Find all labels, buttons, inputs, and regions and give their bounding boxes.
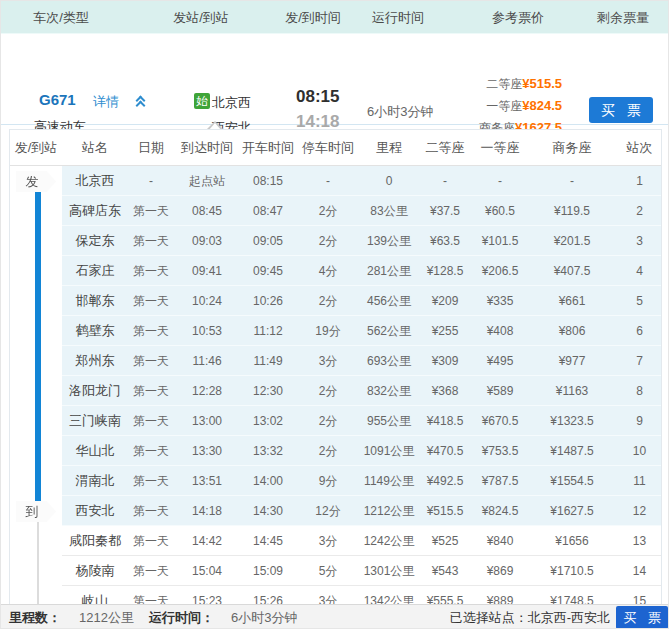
cell-stop-index: 10 bbox=[616, 444, 662, 458]
cell-station: 西安北 bbox=[62, 502, 128, 520]
route-rest-line bbox=[37, 520, 39, 604]
cell-arrive: 13:51 bbox=[174, 474, 240, 488]
price-first-class: 一等座¥824.5 bbox=[479, 95, 562, 117]
cell-distance: 1149公里 bbox=[360, 473, 418, 490]
table-row[interactable]: 郑州东 第一天 11:46 11:49 3分 693公里 ¥309 ¥495 ¥… bbox=[10, 346, 661, 376]
cell-date: 第一天 bbox=[128, 593, 174, 605]
cell-date: 第一天 bbox=[128, 473, 174, 490]
th-stop: 停车时间 bbox=[296, 139, 360, 157]
cell-arrive: 13:00 bbox=[174, 414, 240, 428]
cell-station: 渭南北 bbox=[62, 472, 128, 490]
cell-stop: 2分 bbox=[296, 233, 360, 250]
buy-ticket-button-bottom[interactable]: 买 票 bbox=[616, 606, 668, 629]
cell-distance: 1342公里 bbox=[360, 593, 418, 605]
cell-business: ¥1656 bbox=[528, 534, 616, 548]
cell-stop-index: 5 bbox=[616, 294, 662, 308]
cell-arrive: 15:04 bbox=[174, 564, 240, 578]
cell-first: ¥408 bbox=[472, 324, 528, 338]
cell-first: ¥335 bbox=[472, 294, 528, 308]
cell-stop: 2分 bbox=[296, 383, 360, 400]
table-row[interactable]: 西安北 第一天 14:18 14:30 12分 1212公里 ¥515.5 ¥8… bbox=[10, 496, 661, 526]
cell-distance: 0 bbox=[360, 174, 418, 188]
cell-stop-index: 1 bbox=[616, 174, 662, 188]
cell-arrive: 09:03 bbox=[174, 234, 240, 248]
th-stop-index: 站次 bbox=[616, 139, 662, 157]
cell-second: ¥555.5 bbox=[418, 594, 472, 604]
cell-depart: 10:26 bbox=[240, 294, 296, 308]
cell-depart: 14:00 bbox=[240, 474, 296, 488]
table-row[interactable]: 鹤壁东 第一天 10:53 11:12 19分 562公里 ¥255 ¥408 … bbox=[10, 316, 661, 346]
cell-stop-index: 4 bbox=[616, 264, 662, 278]
cell-arrive: 起点站 bbox=[174, 173, 240, 190]
cell-stop: 2分 bbox=[296, 413, 360, 430]
table-row[interactable]: 北京西 - 起点站 08:15 - 0 - - - 1 bbox=[10, 166, 661, 196]
table-row[interactable]: 渭南北 第一天 13:51 14:00 9分 1149公里 ¥492.5 ¥78… bbox=[10, 466, 661, 496]
cell-distance: 281公里 bbox=[360, 263, 418, 280]
cell-distance: 955公里 bbox=[360, 413, 418, 430]
cell-station: 岐山 bbox=[62, 592, 128, 604]
cell-business: ¥1163 bbox=[528, 384, 616, 398]
cell-first: ¥589 bbox=[472, 384, 528, 398]
cell-stop: 3分 bbox=[296, 593, 360, 605]
cell-date: 第一天 bbox=[128, 443, 174, 460]
duration-value: 6小时3分钟 bbox=[231, 605, 297, 629]
footer-bar: 里程数： 1212公里 运行时间： 6小时3分钟 已选择站点：北京西-西安北 买… bbox=[1, 604, 669, 629]
table-row[interactable]: 岐山 第一天 15:23 15:26 3分 1342公里 ¥555.5 ¥889… bbox=[10, 586, 661, 604]
cell-date: - bbox=[128, 174, 174, 188]
table-row[interactable]: 邯郸东 第一天 10:24 10:26 2分 456公里 ¥209 ¥335 ¥… bbox=[10, 286, 661, 316]
cell-business: ¥1323.5 bbox=[528, 414, 616, 428]
cell-distance: 832公里 bbox=[360, 383, 418, 400]
th-date: 日期 bbox=[128, 139, 174, 157]
col-times: 发/到时间 bbox=[285, 1, 341, 34]
table-row[interactable]: 华山北 第一天 13:30 13:32 2分 1091公里 ¥470.5 ¥75… bbox=[10, 436, 661, 466]
collapse-chevron-icon[interactable] bbox=[135, 97, 147, 109]
cell-arrive: 15:23 bbox=[174, 594, 240, 604]
cell-stop-index: 14 bbox=[616, 564, 662, 578]
table-row[interactable]: 咸阳秦都 第一天 14:42 14:45 3分 1242公里 ¥525 ¥840… bbox=[10, 526, 661, 556]
cell-second: - bbox=[418, 174, 472, 188]
cell-station: 三门峡南 bbox=[62, 412, 128, 430]
th-depart: 开车时间 bbox=[240, 139, 296, 157]
col-duration: 运行时间 bbox=[372, 1, 424, 34]
route-segment-bar bbox=[35, 192, 41, 504]
cell-distance: 693公里 bbox=[360, 353, 418, 370]
th-distance: 里程 bbox=[360, 139, 418, 157]
table-row[interactable]: 洛阳龙门 第一天 12:28 12:30 2分 832公里 ¥368 ¥589 … bbox=[10, 376, 661, 406]
cell-depart: 11:49 bbox=[240, 354, 296, 368]
col-stations: 发站/到站 bbox=[173, 1, 229, 34]
cell-arrive: 10:24 bbox=[174, 294, 240, 308]
cell-date: 第一天 bbox=[128, 503, 174, 520]
cell-date: 第一天 bbox=[128, 563, 174, 580]
cell-stop: 3分 bbox=[296, 353, 360, 370]
cell-business: - bbox=[528, 174, 616, 188]
cell-stop-index: 2 bbox=[616, 204, 662, 218]
cell-date: 第一天 bbox=[128, 293, 174, 310]
cell-stop-index: 12 bbox=[616, 504, 662, 518]
cell-second: ¥37.5 bbox=[418, 204, 472, 218]
cell-business: ¥407.5 bbox=[528, 264, 616, 278]
cell-second: ¥128.5 bbox=[418, 264, 472, 278]
table-row[interactable]: 高碑店东 第一天 08:45 08:47 2分 83公里 ¥37.5 ¥60.5… bbox=[10, 196, 661, 226]
cell-business: ¥1627.5 bbox=[528, 504, 616, 518]
cell-second: ¥309 bbox=[418, 354, 472, 368]
detail-link[interactable]: 详情 bbox=[93, 93, 119, 111]
col-train-type: 车次/类型 bbox=[33, 1, 89, 34]
buy-ticket-button[interactable]: 买 票 bbox=[589, 97, 653, 123]
cell-second: ¥515.5 bbox=[418, 504, 472, 518]
cell-stop-index: 9 bbox=[616, 414, 662, 428]
origin-badge: 始 bbox=[194, 93, 210, 109]
row-gutter bbox=[10, 586, 62, 604]
cell-stop-index: 8 bbox=[616, 384, 662, 398]
cell-depart: 14:45 bbox=[240, 534, 296, 548]
table-row[interactable]: 杨陵南 第一天 15:04 15:09 5分 1301公里 ¥543 ¥869 … bbox=[10, 556, 661, 586]
cell-depart: 13:02 bbox=[240, 414, 296, 428]
table-row[interactable]: 保定东 第一天 09:03 09:05 2分 139公里 ¥63.5 ¥101.… bbox=[10, 226, 661, 256]
cell-distance: 83公里 bbox=[360, 203, 418, 220]
cell-depart: 09:05 bbox=[240, 234, 296, 248]
train-summary: G671 详情 高速动车 始 北京西 西安北 08:15 14:18 6小时3分… bbox=[1, 35, 669, 125]
table-row[interactable]: 三门峡南 第一天 13:00 13:02 2分 955公里 ¥418.5 ¥67… bbox=[10, 406, 661, 436]
cell-station: 郑州东 bbox=[62, 352, 128, 370]
table-row[interactable]: 石家庄 第一天 09:41 09:45 4分 281公里 ¥128.5 ¥206… bbox=[10, 256, 661, 286]
cell-depart: 08:47 bbox=[240, 204, 296, 218]
cell-distance: 1091公里 bbox=[360, 443, 418, 460]
